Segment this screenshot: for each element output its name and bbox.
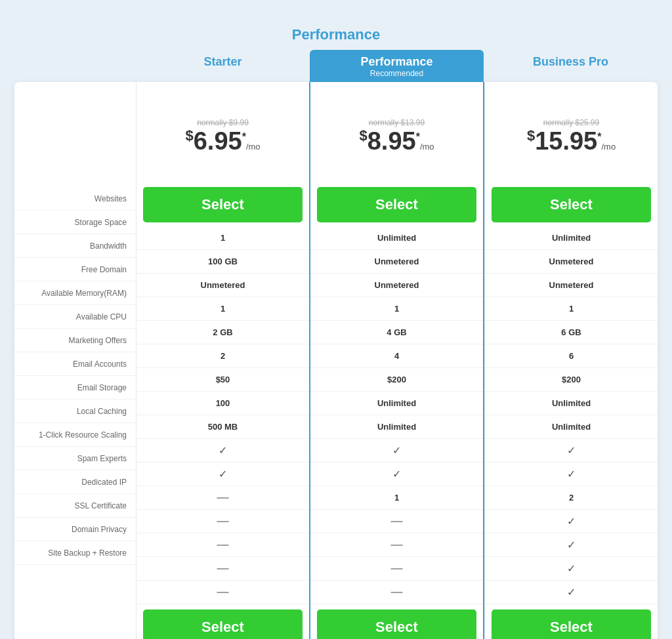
business-column: normally $25.99 $15.95* /mo Select Unlim… — [484, 82, 658, 639]
performance-ssl: — — [310, 533, 483, 557]
business-scaling: ✓ — [485, 463, 658, 486]
starter-caching: ✓ — [136, 439, 309, 463]
performance-select-top[interactable]: Select — [317, 187, 476, 222]
business-ssl: ✓ — [485, 533, 658, 557]
performance-email-storage: Unlimited — [310, 415, 483, 439]
business-dollar-sign: $ — [527, 127, 535, 144]
performance-main-price: $8.95* — [359, 129, 419, 154]
starter-marketing: $50 — [136, 368, 309, 392]
business-marketing: $200 — [485, 368, 658, 392]
starter-privacy: — — [136, 557, 309, 581]
feature-label-spam: Spam Experts — [14, 447, 136, 470]
performance-asterisk: * — [416, 131, 420, 142]
business-backup: ✓ — [485, 581, 658, 604]
performance-free-domain: 1 — [310, 297, 483, 321]
feature-label-privacy: Domain Privacy — [14, 518, 136, 541]
business-caching: ✓ — [485, 439, 658, 463]
recommended-badge: Recommended — [310, 69, 484, 78]
business-email-storage: Unlimited — [485, 415, 658, 439]
feature-label-email-accounts: Email Accounts — [14, 352, 136, 376]
performance-email-accounts: Unlimited — [310, 392, 483, 415]
feature-label-marketing: Marketing Offers — [14, 329, 136, 352]
feature-label-ram: Available Memory(RAM) — [14, 281, 136, 305]
business-header: Business Pro — [484, 50, 658, 82]
starter-storage: 100 GB — [136, 250, 309, 274]
performance-spam: 1 — [310, 486, 483, 510]
performance-column: normally $13.99 $8.95* /mo Select Unlimi… — [309, 82, 484, 639]
feature-label-email-storage: Email Storage — [14, 376, 136, 400]
performance-storage: Unmetered — [310, 250, 483, 274]
starter-asterisk: * — [242, 131, 246, 142]
performance-scaling: ✓ — [310, 463, 483, 486]
performance-normal-price: normally $13.99 — [369, 118, 425, 127]
performance-privacy: — — [310, 557, 483, 581]
business-normal-price: normally $25.99 — [543, 118, 599, 127]
feature-label-backup: Site Backup + Restore — [14, 541, 136, 565]
business-price-display: $15.95* /mo — [527, 129, 616, 154]
business-storage: Unmetered — [485, 250, 658, 274]
starter-free-domain: 1 — [136, 297, 309, 321]
performance-header: Performance Recommended — [310, 50, 484, 82]
starter-email-accounts: 100 — [136, 392, 309, 415]
business-bottom-btn-row: Select — [485, 604, 658, 639]
starter-backup: — — [136, 581, 309, 604]
business-free-domain: 1 — [485, 297, 658, 321]
plan-columns: normally $9.99 $6.95* /mo Select 1 100 G… — [136, 82, 658, 639]
feature-label-cpu: Available CPU — [14, 305, 136, 329]
starter-ram: 2 GB — [136, 321, 309, 344]
business-email-accounts: Unlimited — [485, 392, 658, 415]
business-main-price: $15.95* — [527, 129, 602, 154]
pricing-table: Websites Storage Space Bandwidth Free Do… — [14, 82, 658, 639]
performance-price-display: $8.95* /mo — [359, 129, 434, 154]
top-spacer — [14, 82, 136, 187]
starter-select-top[interactable]: Select — [143, 187, 303, 222]
business-cpu: 6 — [485, 344, 658, 368]
feature-label-storage: Storage Space — [14, 211, 136, 234]
performance-select-bottom[interactable]: Select — [317, 609, 476, 639]
business-price-block: normally $25.99 $15.95* /mo — [485, 82, 658, 187]
feature-label-websites: Websites — [14, 187, 136, 211]
feature-label-caching: Local Caching — [14, 400, 136, 423]
starter-price-block: normally $9.99 $6.95* /mo — [136, 82, 309, 187]
business-select-bottom[interactable]: Select — [492, 609, 651, 639]
business-asterisk: * — [597, 131, 601, 142]
plan-headers: Starter Performance Recommended Business… — [136, 50, 658, 82]
starter-dedicated-ip: — — [136, 510, 309, 533]
feature-label-scaling: 1-Click Resource Scaling — [14, 423, 136, 447]
business-privacy: ✓ — [485, 557, 658, 581]
performance-header-name: Performance — [360, 55, 432, 68]
starter-select-bottom[interactable]: Select — [143, 609, 303, 639]
pricing-page: Performance Starter Performance Recommen… — [14, 13, 658, 639]
starter-ssl: — — [136, 533, 309, 557]
starter-main-price: $6.95* — [185, 129, 245, 154]
performance-backup: — — [310, 581, 483, 604]
performance-caching: ✓ — [310, 439, 483, 463]
business-select-top[interactable]: Select — [492, 187, 651, 222]
bottom-spacer — [14, 565, 136, 611]
performance-marketing: $200 — [310, 368, 483, 392]
performance-price-block: normally $13.99 $8.95* /mo — [310, 82, 483, 187]
performance-label: Performance — [14, 26, 658, 43]
performance-dedicated-ip: — — [310, 510, 483, 533]
performance-ram: 4 GB — [310, 321, 483, 344]
starter-normal-price: normally $9.99 — [197, 118, 249, 127]
starter-header: Starter — [136, 50, 310, 82]
business-spam: 2 — [485, 486, 658, 510]
business-per-mo: /mo — [601, 142, 616, 152]
starter-email-storage: 500 MB — [136, 415, 309, 439]
business-bandwidth: Unmetered — [485, 274, 658, 297]
feature-label-bandwidth: Bandwidth — [14, 234, 136, 258]
performance-bottom-btn-row: Select — [310, 604, 483, 639]
starter-bottom-btn-row: Select — [136, 604, 309, 639]
starter-column: normally $9.99 $6.95* /mo Select 1 100 G… — [136, 82, 309, 639]
starter-per-mo: /mo — [246, 142, 261, 152]
business-ram: 6 GB — [485, 321, 658, 344]
business-websites: Unlimited — [485, 226, 658, 250]
performance-bandwidth: Unmetered — [310, 274, 483, 297]
feature-labels-column: Websites Storage Space Bandwidth Free Do… — [14, 82, 136, 639]
starter-price-display: $6.95* /mo — [185, 129, 260, 154]
starter-scaling: ✓ — [136, 463, 309, 486]
starter-bandwidth: Unmetered — [136, 274, 309, 297]
starter-websites: 1 — [136, 226, 309, 250]
feature-label-dedicated-ip: Dedicated IP — [14, 470, 136, 494]
